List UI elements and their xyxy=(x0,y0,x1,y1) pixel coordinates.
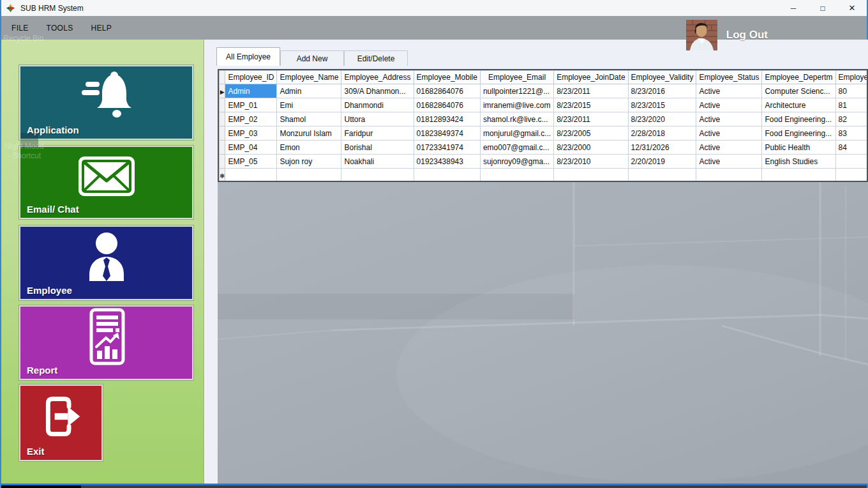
empty-cell[interactable] xyxy=(835,169,868,183)
cell-employee_email[interactable]: imranemi@live.com xyxy=(480,98,553,112)
cell-employee_port[interactable]: 84 xyxy=(835,141,868,155)
cell-employee_id[interactable]: EMP_04 xyxy=(225,141,277,155)
grid-corner-cell[interactable] xyxy=(220,71,225,84)
row-header[interactable] xyxy=(220,126,225,141)
cell-employee_validity[interactable]: 12/31/2026 xyxy=(628,141,696,155)
row-header[interactable]: ▶ xyxy=(220,84,225,98)
cell-employee_depertm[interactable]: Public Health xyxy=(762,141,835,155)
sidebar-tile-email-chat[interactable]: Email/ Chat xyxy=(19,146,193,219)
minimize-button[interactable]: ─ xyxy=(779,0,808,16)
cell-employee_port[interactable] xyxy=(835,155,868,169)
cell-employee_name[interactable]: Monzurul Islam xyxy=(277,126,341,141)
column-header-employee_validity[interactable]: Employee_Validity xyxy=(628,71,696,84)
menu-item-tools[interactable]: TOOLS xyxy=(47,24,73,33)
sidebar-tile-employee[interactable]: Employee xyxy=(19,225,193,300)
row-header[interactable] xyxy=(220,98,225,112)
cell-employee_joindate[interactable]: 8/23/2005 xyxy=(554,126,628,141)
column-header-employee_port[interactable]: Employee_port xyxy=(835,71,868,84)
menu-item-help[interactable]: HELP xyxy=(91,24,112,33)
cell-employee_status[interactable]: Active xyxy=(696,112,762,126)
cell-employee_status[interactable]: Active xyxy=(696,98,762,112)
sidebar-tile-report[interactable]: Report xyxy=(19,305,193,380)
cell-employee_id[interactable]: EMP_03 xyxy=(225,126,277,141)
cell-employee_email[interactable]: emo007@gmail.c... xyxy=(480,141,553,155)
column-header-employee_id[interactable]: Employee_ID xyxy=(225,71,277,84)
cell-employee_mobile[interactable]: 01682864076 xyxy=(414,84,480,98)
empty-cell[interactable] xyxy=(696,169,762,183)
tab-add-new[interactable]: Add New xyxy=(280,50,344,66)
cell-employee_address[interactable]: 309/A Dhanmon... xyxy=(341,84,414,98)
column-header-employee_depertm[interactable]: Employee_Depertm xyxy=(762,71,835,84)
cell-employee_validity[interactable]: 2/28/2018 xyxy=(628,126,696,141)
cell-employee_email[interactable]: nullpointer1221@... xyxy=(480,84,553,98)
column-header-employee_address[interactable]: Employee_Address xyxy=(341,71,414,84)
cell-employee_name[interactable]: Sujon roy xyxy=(277,155,341,169)
logout-button[interactable]: Log Out xyxy=(686,20,768,50)
tab-edit-delete[interactable]: Edit/Delete xyxy=(344,50,408,66)
tab-all-employee[interactable]: All Employee xyxy=(216,47,280,66)
cell-employee_address[interactable]: Borishal xyxy=(341,141,414,155)
cell-employee_email[interactable]: shamol.rk@live.c... xyxy=(480,112,553,126)
column-header-employee_status[interactable]: Employee_Status xyxy=(696,71,762,84)
empty-cell[interactable] xyxy=(554,169,628,183)
row-header[interactable] xyxy=(220,112,225,126)
row-header[interactable] xyxy=(220,141,225,155)
cell-employee_id[interactable]: EMP_02 xyxy=(225,112,277,126)
column-header-employee_email[interactable]: Employee_Email xyxy=(480,71,553,84)
cell-employee_joindate[interactable]: 8/23/2015 xyxy=(554,98,628,112)
empty-cell[interactable] xyxy=(480,169,553,183)
cell-employee_id[interactable]: Admin xyxy=(225,84,277,98)
cell-employee_validity[interactable]: 2/20/2019 xyxy=(628,155,696,169)
cell-employee_status[interactable]: Active xyxy=(696,155,762,169)
cell-employee_port[interactable]: 83 xyxy=(835,126,868,141)
cell-employee_status[interactable]: Active xyxy=(696,141,762,155)
column-header-employee_joindate[interactable]: Employee_JoinDate xyxy=(554,71,628,84)
cell-employee_address[interactable]: Faridpur xyxy=(341,126,414,141)
cell-employee_address[interactable]: Uttora xyxy=(341,112,414,126)
cell-employee_port[interactable]: 82 xyxy=(835,112,868,126)
cell-employee_mobile[interactable]: 01812893424 xyxy=(414,112,480,126)
empty-cell[interactable] xyxy=(341,169,414,183)
cell-employee_depertm[interactable]: Architecture xyxy=(762,98,835,112)
cell-employee_mobile[interactable]: 01823849374 xyxy=(414,126,480,141)
cell-employee_depertm[interactable]: English Studies xyxy=(762,155,835,169)
cell-employee_id[interactable]: EMP_05 xyxy=(225,155,277,169)
maximize-button[interactable]: □ xyxy=(808,0,837,16)
cell-employee_mobile[interactable]: 01923438943 xyxy=(414,155,480,169)
cell-employee_depertm[interactable]: Food Engineering... xyxy=(762,112,835,126)
cell-employee_status[interactable]: Active xyxy=(696,84,762,98)
empty-cell[interactable] xyxy=(277,169,341,183)
cell-employee_port[interactable]: 81 xyxy=(835,98,868,112)
column-header-employee_name[interactable]: Employee_Name xyxy=(277,71,341,84)
empty-cell[interactable] xyxy=(225,169,277,183)
sidebar-tile-exit[interactable]: Exit xyxy=(19,385,103,461)
cell-employee_port[interactable]: 80 xyxy=(835,84,868,98)
cell-employee_address[interactable]: Dhanmondi xyxy=(341,98,414,112)
cell-employee_email[interactable]: sujonroy09@gma... xyxy=(480,155,553,169)
cell-employee_mobile[interactable]: 01723341974 xyxy=(414,141,480,155)
cell-employee_validity[interactable]: 8/23/2020 xyxy=(628,112,696,126)
column-header-employee_mobile[interactable]: Employee_Mobile xyxy=(414,71,480,84)
close-button[interactable]: ✕ xyxy=(837,0,867,16)
empty-cell[interactable] xyxy=(414,169,480,183)
cell-employee_address[interactable]: Noakhali xyxy=(341,155,414,169)
empty-cell[interactable] xyxy=(762,169,835,183)
empty-cell[interactable] xyxy=(628,169,696,183)
cell-employee_name[interactable]: Emi xyxy=(277,98,341,112)
cell-employee_email[interactable]: monjurul@gmail.c... xyxy=(480,126,553,141)
cell-employee_joindate[interactable]: 8/23/2011 xyxy=(554,112,628,126)
cell-employee_validity[interactable]: 8/23/2016 xyxy=(628,84,696,98)
sidebar-tile-application[interactable]: Application xyxy=(19,65,193,140)
cell-employee_depertm[interactable]: Food Engineering... xyxy=(762,126,835,141)
cell-employee_name[interactable]: Admin xyxy=(277,84,341,98)
cell-employee_name[interactable]: Shamol xyxy=(277,112,341,126)
cell-employee_id[interactable]: EMP_01 xyxy=(225,98,277,112)
cell-employee_joindate[interactable]: 8/23/2000 xyxy=(554,141,628,155)
menu-item-file[interactable]: FILE xyxy=(11,24,29,33)
new-row-header[interactable]: ✱ xyxy=(220,169,225,183)
cell-employee_validity[interactable]: 8/23/2015 xyxy=(628,98,696,112)
cell-employee_joindate[interactable]: 8/23/2011 xyxy=(554,84,628,98)
cell-employee_name[interactable]: Emon xyxy=(277,141,341,155)
cell-employee_status[interactable]: Active xyxy=(696,126,762,141)
row-header[interactable] xyxy=(220,155,225,169)
